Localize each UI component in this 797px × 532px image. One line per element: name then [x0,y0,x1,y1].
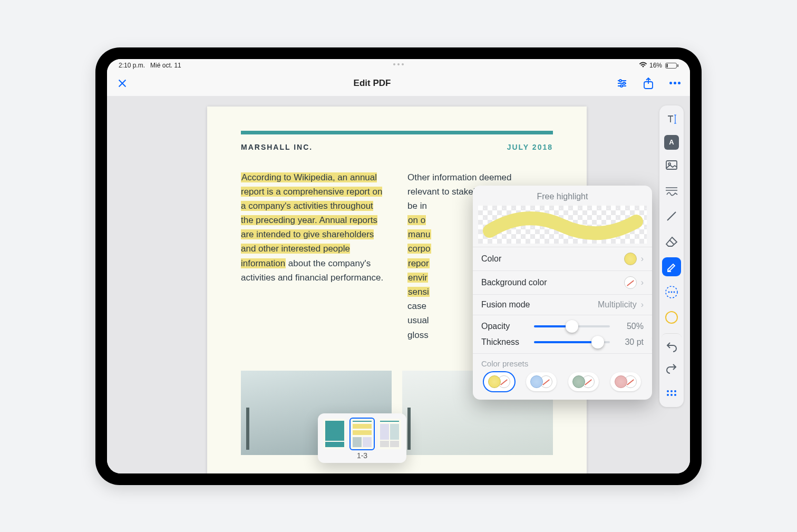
color-preset-1[interactable] [484,372,514,391]
doc-date: JULY 2018 [507,143,553,151]
page-thumb-3[interactable] [378,419,401,449]
highlighter-tool[interactable] [662,257,681,276]
highlight-settings-popover: Free highlight Color › Background color … [473,186,652,400]
opacity-label: Opacity [481,322,527,331]
grid-icon [667,390,676,396]
eraser-tool[interactable] [662,232,681,251]
stroke-preview [478,206,647,244]
page-thumb-1[interactable] [323,419,346,449]
doc-company: MARSHALL INC. [241,143,313,151]
color-row[interactable]: Color › [473,247,652,270]
color-ring-icon [665,311,678,324]
page-thumbnails: 1-3 [318,413,406,463]
opacity-slider[interactable] [534,325,610,327]
battery-percent: 16% [649,62,662,69]
more-annotations-tool[interactable] [662,283,681,302]
no-color-swatch-icon [624,276,637,289]
share-icon[interactable] [640,75,656,91]
close-button[interactable] [114,75,130,91]
svg-point-0 [619,80,621,82]
page-thumb-2[interactable] [351,419,374,449]
toolbar-handle[interactable] [662,384,681,403]
column-left: According to Wikipedia, an annual report… [241,170,386,342]
color-preset-2[interactable] [526,372,557,391]
svg-point-2 [620,85,623,87]
color-preset-4[interactable] [610,372,641,391]
highlighted-text: According to Wikipedia, an annual report… [241,172,382,268]
color-swatch-icon [624,253,637,265]
fusion-mode-value: Multiplicity [598,300,637,309]
current-color-indicator[interactable] [662,308,681,327]
svg-rect-4 [666,161,677,169]
chevron-right-icon: › [641,300,644,309]
line-tool[interactable] [662,207,681,226]
document-viewport[interactable]: MARSHALL INC. JULY 2018 According to Wik… [107,96,690,473]
fusion-mode-row[interactable]: Fusion mode Multiplicity› [473,294,652,315]
text-tool[interactable] [662,110,681,129]
more-button[interactable] [667,75,683,91]
settings-sliders-icon[interactable] [614,75,630,91]
page-range-label: 1-3 [357,451,367,460]
page-title: Edit PDF [130,78,614,89]
opacity-value: 50% [617,322,644,331]
undo-button[interactable] [662,333,682,352]
multitask-grabber-icon[interactable] [393,63,404,65]
top-toolbar: Edit PDF [107,71,690,96]
status-date: Mié oct. 11 [150,62,181,69]
thickness-value: 30 pt [617,337,644,347]
fusion-mode-label: Fusion mode [481,300,530,309]
thickness-slider[interactable] [534,341,610,343]
background-color-label: Background color [481,278,547,287]
redo-button[interactable] [662,359,681,378]
svg-point-9 [674,291,675,293]
image-tool[interactable] [662,156,681,175]
chevron-right-icon: › [641,278,644,287]
color-preset-3[interactable] [568,372,599,391]
svg-point-7 [668,291,670,293]
battery-icon [664,63,678,69]
header-rule [241,131,553,134]
svg-point-1 [623,82,625,84]
thickness-label: Thickness [481,337,527,347]
presets-label: Color presets [473,353,652,370]
svg-point-8 [671,291,673,293]
signature-tool[interactable] [662,181,681,200]
status-time: 2:10 p.m. [119,62,145,69]
background-color-row[interactable]: Background color › [473,270,652,294]
chevron-right-icon: › [641,254,644,264]
popover-title: Free highlight [473,186,652,206]
color-label: Color [481,254,501,264]
more-icon [669,82,681,84]
textbox-tool[interactable]: A [664,135,679,150]
wifi-icon [639,62,647,70]
annotation-toolbar: A [659,105,684,407]
